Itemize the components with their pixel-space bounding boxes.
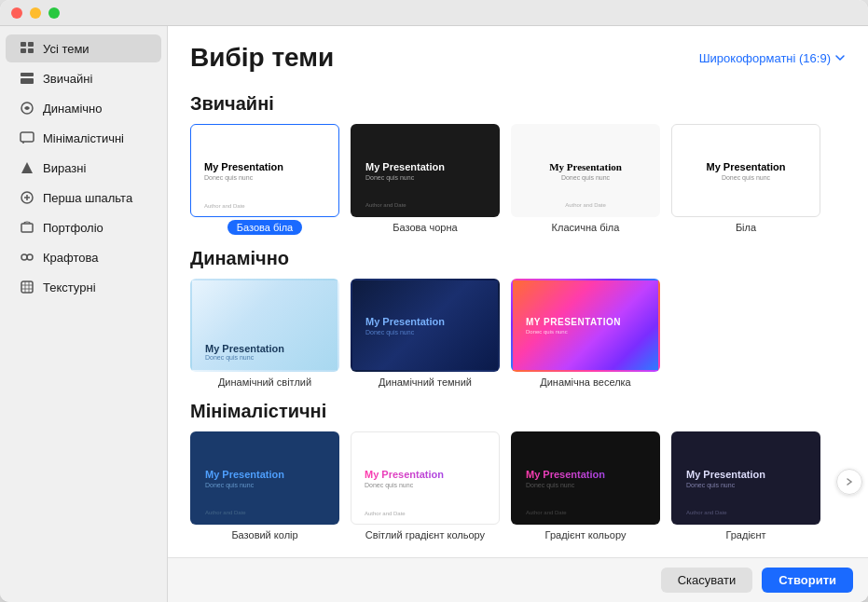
create-button[interactable]: Створити	[762, 568, 853, 593]
sidebar-label-minimalist: Мінімалістичні	[43, 131, 124, 145]
scroll-right-button[interactable]	[836, 469, 862, 495]
theme-card-light-gradient[interactable]: My Presentation Donec quis nunc Author a…	[351, 431, 500, 540]
theme-author-gradient-color: Author and Date	[526, 510, 567, 515]
headline-icon	[19, 189, 35, 206]
theme-sub-gradient-color: Donec quis nunc	[526, 482, 645, 488]
theme-card-basic-white[interactable]: My Presentation Donec quis nunc Author a…	[190, 124, 339, 235]
minimize-button[interactable]	[30, 7, 41, 19]
maximize-button[interactable]	[48, 7, 60, 19]
sidebar-item-all-themes[interactable]: Усі теми	[6, 34, 161, 62]
theme-thumb-gradient: My Presentation Donec quis nunc Author a…	[671, 431, 820, 525]
section-title-minimalist: Мінімалістичні	[190, 401, 846, 422]
theme-sub-dynamic-light: Donec quis nunc	[205, 354, 324, 361]
theme-sub-light-gradient: Donec quis nunc	[365, 482, 486, 488]
section-title-dynamic: Динамічно	[190, 248, 846, 269]
theme-sub-classic-white: Donec quis nunc	[561, 174, 610, 181]
svg-point-11	[27, 254, 33, 260]
close-button[interactable]	[11, 7, 22, 19]
page-title: Вибір теми	[190, 43, 334, 73]
theme-thumb-white: My Presentation Donec quis nunc	[671, 124, 820, 217]
theme-title-basic-black: My Presentation	[365, 161, 485, 172]
theme-thumb-classic-white: My Presentation Donec quis nunc Author a…	[511, 124, 660, 217]
sidebar: Усі теми Звичайні	[0, 26, 168, 602]
format-selector[interactable]: Широкоформатні (16:9)	[699, 51, 846, 65]
titlebar	[0, 0, 868, 26]
theme-title-basic-white: My Presentation	[204, 161, 325, 172]
theme-thumb-basic-white: My Presentation Donec quis nunc Author a…	[190, 124, 339, 217]
theme-thumb-basic-color: My Presentation Donec quis nunc Author a…	[190, 431, 339, 525]
theme-card-classic-white[interactable]: My Presentation Donec quis nunc Author a…	[511, 124, 660, 235]
theme-thumb-dynamic-rainbow: MY PRESENTATION Donec quis nunc	[511, 279, 660, 372]
theme-name-dynamic-rainbow: Динамічна веселка	[540, 376, 630, 388]
sidebar-label-texture: Текстурні	[43, 280, 96, 294]
theme-thumb-basic-black: My Presentation Donec quis nunc Author a…	[351, 124, 500, 217]
footer: Скасувати Створити	[168, 557, 868, 602]
theme-name-basic-color: Базовий колір	[231, 529, 297, 540]
theme-author-classic-white: Author and Date	[565, 202, 606, 208]
sidebar-item-headline[interactable]: Перша шпальта	[6, 184, 161, 212]
theme-card-dynamic-dark[interactable]: My Presentation Donec quis nunc Динамічн…	[351, 279, 500, 388]
portfolio-icon	[19, 219, 35, 236]
theme-name-gradient-color: Градієнт кольору	[545, 529, 627, 540]
theme-sub-gradient: Donec quis nunc	[686, 482, 806, 488]
themes-scroll-area[interactable]: Звичайні My Presentation Donec quis nunc…	[168, 80, 868, 557]
sidebar-item-standard[interactable]: Звичайні	[6, 64, 161, 92]
format-label: Широкоформатні (16:9)	[699, 51, 831, 65]
theme-sub-basic-black: Donec quis nunc	[365, 174, 485, 181]
theme-name-white: Біла	[736, 222, 756, 233]
chevron-down-icon	[834, 52, 846, 63]
theme-title-light-gradient: My Presentation	[365, 469, 486, 480]
theme-card-basic-color[interactable]: My Presentation Donec quis nunc Author a…	[190, 431, 339, 540]
theme-card-dynamic-light[interactable]: My Presentation Donec quis nunc Динамічн…	[190, 279, 339, 388]
svg-rect-3	[28, 48, 34, 53]
layout-icon	[19, 70, 35, 87]
sidebar-label-expressive: Виразні	[43, 161, 86, 175]
theme-card-gradient-color[interactable]: My Presentation Donec quis nunc Author a…	[511, 431, 660, 540]
grid-icon	[19, 40, 35, 57]
theme-thumb-dynamic-light: My Presentation Donec quis nunc	[190, 279, 339, 372]
cancel-button[interactable]: Скасувати	[661, 568, 753, 593]
expressive-icon	[19, 159, 35, 176]
theme-name-dynamic-light: Динамічний світлий	[218, 376, 311, 388]
svg-rect-0	[21, 42, 26, 47]
standard-themes-grid: My Presentation Donec quis nunc Author a…	[190, 124, 846, 235]
theme-card-dynamic-rainbow[interactable]: MY PRESENTATION Donec quis nunc Динамічн…	[511, 279, 660, 388]
main-content: Усі теми Звичайні	[0, 26, 868, 602]
sidebar-label-dynamic: Динамічно	[43, 102, 102, 116]
svg-rect-4	[21, 73, 34, 76]
theme-card-gradient[interactable]: My Presentation Donec quis nunc Author a…	[671, 431, 820, 540]
theme-sub-dynamic-dark: Donec quis nunc	[365, 329, 485, 335]
sidebar-item-craft[interactable]: Крафтова	[6, 243, 161, 271]
theme-sub-basic-white: Donec quis nunc	[204, 174, 325, 181]
minimalist-themes-grid: My Presentation Donec quis nunc Author a…	[190, 431, 846, 540]
svg-rect-5	[21, 78, 34, 84]
theme-title-basic-color: My Presentation	[205, 469, 324, 480]
svg-rect-9	[21, 224, 33, 232]
chevron-right-icon	[845, 477, 854, 486]
sidebar-label-portfolio: Портфоліо	[43, 221, 103, 235]
svg-rect-2	[21, 48, 26, 53]
section-title-standard: Звичайні	[190, 93, 846, 115]
sidebar-item-dynamic[interactable]: Динамічно	[6, 94, 161, 122]
theme-card-basic-black[interactable]: My Presentation Donec quis nunc Author a…	[351, 124, 500, 235]
sidebar-item-minimalist[interactable]: Мінімалістичні	[6, 124, 161, 152]
craft-icon	[19, 249, 35, 266]
sidebar-label-headline: Перша шпальта	[43, 191, 132, 205]
sidebar-label-craft: Крафтова	[43, 251, 98, 265]
theme-title-dynamic-light: My Presentation	[205, 343, 324, 354]
theme-author-light-gradient: Author and Date	[365, 511, 406, 516]
dynamic-themes-grid: My Presentation Donec quis nunc Динамічн…	[190, 279, 846, 388]
theme-thumb-light-gradient: My Presentation Donec quis nunc Author a…	[351, 431, 500, 525]
theme-name-gradient: Градієнт	[725, 529, 765, 540]
theme-author-basic-black: Author and Date	[365, 202, 406, 208]
sidebar-item-texture[interactable]: Текстурні	[6, 273, 161, 301]
sidebar-item-expressive[interactable]: Виразні	[6, 154, 161, 182]
theme-sub-white: Donec quis nunc	[722, 174, 770, 181]
theme-title-dynamic-dark: My Presentation	[365, 316, 485, 327]
svg-rect-1	[28, 42, 34, 47]
sidebar-item-portfolio[interactable]: Портфоліо	[6, 213, 161, 241]
theme-title-dynamic-rainbow: MY PRESENTATION	[526, 317, 645, 327]
theme-sub-basic-color: Donec quis nunc	[205, 482, 324, 488]
theme-card-white[interactable]: My Presentation Donec quis nunc Біла	[671, 124, 820, 235]
sidebar-label-standard: Звичайні	[43, 72, 92, 86]
